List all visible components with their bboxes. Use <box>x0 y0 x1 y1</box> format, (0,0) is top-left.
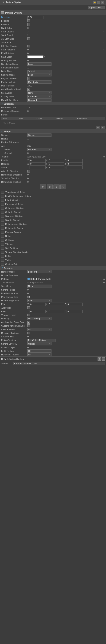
emitter-velocity-select[interactable]: Rigidbody ▼ <box>27 80 51 84</box>
start-color-arrow[interactable]: ▼ <box>44 56 45 58</box>
scale-y-input[interactable] <box>48 166 64 169</box>
pivot-y-input[interactable] <box>48 310 64 313</box>
ring-buffer-mode-label: Ring Buffer Mode <box>1 99 27 101</box>
custom-vertex-streams-checkbox[interactable] <box>27 324 30 327</box>
motion-vectors-select[interactable]: Per Object Motion ▼ <box>27 338 56 342</box>
position-x-input[interactable] <box>30 159 46 162</box>
module-toggle-sub-emitters[interactable] <box>1 247 4 250</box>
shape-radius-row: Radius 1 <box>0 137 106 140</box>
move-icon[interactable]: ✥ <box>40 184 46 189</box>
reflection-probes-select[interactable]: Off ▼ <box>27 353 51 356</box>
pivot-x-input[interactable] <box>30 310 46 313</box>
module-toggle-color-by-speed[interactable] <box>1 211 4 214</box>
scale-icon[interactable]: ⤡ <box>60 184 66 189</box>
looping-checkbox[interactable] <box>27 20 30 22</box>
apply-color-space-checkbox[interactable] <box>27 321 30 324</box>
start-rotation-arrow[interactable]: ▼ <box>103 49 105 51</box>
renderer-section-header[interactable]: ✓ Renderer <box>0 266 106 270</box>
module-toggle-noise[interactable] <box>1 235 4 238</box>
module-toggle-trails[interactable] <box>1 259 4 262</box>
module-toggle-custom-data[interactable] <box>1 263 4 266</box>
scaling-mode-select[interactable]: Local ▼ <box>27 73 51 76</box>
lock-icon[interactable]: 🔒 <box>93 1 96 4</box>
scale-x-input[interactable] <box>30 166 46 169</box>
module-toggle-texture-sheet-animation[interactable] <box>1 251 4 254</box>
module-toggle-rotation-over-lifetime[interactable] <box>1 223 4 226</box>
start-delay-arrow[interactable]: ▼ <box>103 27 105 29</box>
bottom-menu-icon[interactable]: ≡ <box>101 358 105 360</box>
culling-mode-select[interactable]: Automatic ▼ <box>27 95 51 98</box>
play-on-awake-checkbox[interactable] <box>27 77 30 80</box>
shader-value[interactable]: Particles/Standard Unit <box>13 362 105 365</box>
module-toggle-rotation-by-speed[interactable] <box>1 227 4 230</box>
rotation-z-input[interactable] <box>67 162 83 166</box>
sort-mode-select[interactable]: None ▼ <box>27 284 51 288</box>
add-component-button[interactable]: + <box>103 11 105 14</box>
duration-input[interactable] <box>27 16 43 19</box>
texture-select-icon[interactable]: ⊙ <box>103 156 105 158</box>
rotation-y-input[interactable] <box>48 162 64 166</box>
module-toggle-limit-velocity-over-lifetime[interactable] <box>1 195 4 198</box>
position-row: Position X Y Z <box>0 158 106 162</box>
module-toggle-force-over-lifetime[interactable] <box>1 203 4 206</box>
module-toggle-velocity-over-lifetime[interactable] <box>1 191 4 194</box>
module-toggle-triggers[interactable] <box>1 243 4 246</box>
rotation-x-input[interactable] <box>30 162 46 166</box>
render-alignment-select[interactable]: View ▼ <box>27 299 51 302</box>
open-editor-button[interactable]: Open Editor... <box>88 6 105 10</box>
bottom-settings-icon[interactable]: ⚙ <box>97 358 101 360</box>
material-select-icon[interactable]: ⊙ <box>103 278 105 280</box>
masking-select[interactable]: No Masking ▼ <box>27 317 51 320</box>
3d-start-rotation-checkbox[interactable] <box>27 45 30 48</box>
emission-section-header[interactable]: ✓ Emission <box>0 102 106 106</box>
trail-material-select-icon[interactable]: ⊙ <box>103 282 105 284</box>
module-toggle-color-over-lifetime[interactable] <box>1 207 4 210</box>
gravity-modifier-arrow[interactable]: ▼ <box>103 60 105 62</box>
allow-roll-checkbox[interactable] <box>27 306 30 309</box>
flip-x-input[interactable] <box>30 302 46 306</box>
light-probes-select[interactable]: Off ▼ <box>27 350 51 352</box>
info-icon[interactable]: ℹ <box>97 1 100 4</box>
receive-shadows-checkbox[interactable] <box>27 332 30 334</box>
auto-random-seed-checkbox[interactable] <box>27 88 30 91</box>
position-y-input[interactable] <box>48 159 64 162</box>
add-burst-button[interactable]: + <box>96 126 100 129</box>
sorting-layer-id-select[interactable]: Object ▼ <box>27 342 51 346</box>
cast-shadows-select[interactable]: Off ▼ <box>27 328 51 331</box>
module-toggle-lights[interactable] <box>1 255 4 258</box>
module-toggle-size-over-lifetime[interactable] <box>1 215 4 218</box>
module-toggle-collision[interactable] <box>1 239 4 242</box>
align-to-direction-checkbox[interactable] <box>27 170 30 172</box>
position-z-input[interactable] <box>67 159 83 162</box>
start-lifetime-arrow[interactable]: ▼ <box>103 31 105 32</box>
shape-section-header[interactable]: ✓ Shape <box>0 130 106 133</box>
module-toggle-size-by-speed[interactable] <box>1 219 4 222</box>
module-toggle-inherit-velocity[interactable] <box>1 199 4 202</box>
scale-z-input[interactable] <box>67 166 83 169</box>
ring-buffer-mode-select[interactable]: Disabled ▼ <box>27 98 51 102</box>
menu-icon[interactable]: ≡ <box>101 1 104 4</box>
render-mode-select[interactable]: Billboard ▼ <box>27 270 51 273</box>
rotate-icon[interactable]: ↺ <box>54 184 60 189</box>
stop-action-select[interactable]: None ▼ <box>27 91 51 94</box>
flip-y-input[interactable] <box>48 302 64 306</box>
start-size-arrow[interactable]: ▼ <box>103 42 105 44</box>
flip-z-input[interactable] <box>67 302 83 306</box>
visualize-pivot-checkbox[interactable] <box>27 314 30 316</box>
rate-over-time-arrow[interactable]: ▼ <box>103 107 105 108</box>
prewarm-checkbox[interactable] <box>27 23 30 26</box>
pivot-z-input[interactable] <box>67 310 83 313</box>
start-speed-arrow[interactable]: ▼ <box>103 34 105 36</box>
remove-burst-button[interactable]: − <box>101 126 105 129</box>
custom-vertex-streams-label: Custom Vertex Streams <box>1 324 27 327</box>
shape-type-select[interactable]: Sphere ▼ <box>27 134 51 137</box>
module-toggle-external-forces[interactable] <box>1 231 4 234</box>
3d-start-size-checkbox[interactable] <box>27 38 30 40</box>
delta-time-select[interactable]: Scaled ▼ <box>27 70 51 73</box>
max-particles-label: Max Particles <box>1 84 27 87</box>
mode-select[interactable]: Random ▼ <box>27 148 51 151</box>
start-color-swatch[interactable] <box>27 56 43 58</box>
translate-icon[interactable]: ⊕ <box>47 184 53 189</box>
rate-over-distance-arrow[interactable]: ▼ <box>103 110 105 112</box>
simulation-space-select[interactable]: Local ▼ <box>27 62 51 66</box>
